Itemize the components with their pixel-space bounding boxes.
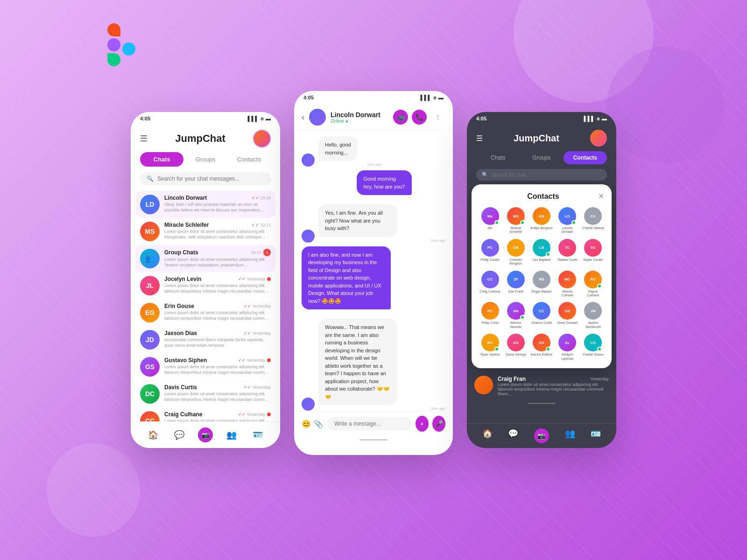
contact-item[interactable]: CB Cristofer Bergson	[505, 239, 527, 266]
right-scroll-indicator	[528, 403, 556, 404]
chat-info-erin: Erin Gouse ✓✓ Yesterday Lorem ipsum dolo…	[164, 303, 271, 321]
right-tab-chats[interactable]: Chats	[476, 151, 520, 164]
contact-item[interactable]: AN Alfonso Nemetz	[505, 302, 527, 329]
right-nav-profile[interactable]: 🪪	[591, 428, 601, 443]
contact-item[interactable]: RC Rayne Culhane	[582, 271, 604, 298]
contact-item[interactable]: LD Lincoln Dorwart	[557, 207, 578, 234]
contact-item[interactable]: RV Ryan Vartera	[479, 334, 501, 361]
video-call-button[interactable]: 📹	[393, 110, 408, 125]
mic-button[interactable]: 🎤	[432, 416, 445, 432]
nav-profile[interactable]: 🪪	[250, 427, 265, 442]
contact-avatar: GG	[507, 334, 525, 351]
unread-badge	[267, 413, 271, 416]
right-tab-contacts[interactable]: Contacts	[564, 151, 607, 164]
contact-item[interactable]: RB Roger Balash	[530, 271, 552, 298]
contact-item[interactable]: CC Chance Curtis	[530, 302, 552, 329]
contact-item[interactable]: CC Craig Culhane	[479, 271, 501, 298]
right-chat-preview[interactable]: Craig Fran Yesterday Lorem ipsum dolor s…	[467, 372, 616, 400]
unread-badge	[267, 277, 271, 281]
chat-item[interactable]: DC Davis Curtis ✓✓ Yesterday Lorem ipsum…	[135, 380, 275, 407]
contact-item[interactable]: PC Philip Corder	[479, 239, 501, 266]
user-avatar[interactable]	[253, 130, 271, 147]
attachment-button[interactable]: 📎	[314, 420, 323, 428]
contact-item[interactable]: PC Philip Curtis	[479, 302, 501, 329]
right-nav-camera[interactable]: 📷	[534, 428, 549, 443]
chat-item[interactable]: JL Jocelyn Levin ✓✓ Yesterday Lorem ipsu…	[135, 272, 275, 299]
sender-avatar	[302, 230, 315, 243]
chat-item[interactable]: MS Miracle Schleifer ✓✓ 23:11 Lorem ipsu…	[135, 218, 275, 245]
chat-item[interactable]: EG Erin Gouse ✓✓ Yesterday Lorem ipsum d…	[135, 299, 275, 326]
contact-item[interactable]: GG Giana George	[505, 334, 527, 361]
contact-name: Cristofer Bergson	[505, 258, 527, 266]
more-options-button[interactable]: ⋮	[430, 110, 445, 125]
chat-item[interactable]: JD Jaxson Dias ✓✓ Yesterday recusandae c…	[135, 326, 275, 353]
message-area: Hello, good morning... 10m ago Good morn…	[294, 131, 453, 411]
search-input[interactable]	[157, 175, 264, 182]
contact-avatar: CC	[533, 302, 550, 320]
online-indicator	[546, 252, 550, 257]
contact-item-me[interactable]: Me Me	[479, 207, 501, 234]
tab-groups[interactable]: Groups	[183, 152, 227, 167]
chat-avatar-gustavo: GS	[140, 357, 160, 377]
contact-item[interactable]: MS Miracle Schleifer	[505, 207, 527, 234]
contact-item[interactable]: CV Charlie Vartera	[582, 207, 604, 234]
back-button[interactable]: ‹	[302, 112, 304, 122]
mid-header: ‹ Lincoln Dorwart Online ● 📹 📞 ⋮	[294, 104, 453, 131]
right-search-input[interactable]	[491, 172, 601, 178]
contact-status: Online ●	[331, 119, 388, 124]
chat-item[interactable]: LD Lincoln Dorwart ✓✓ 23:18 Okay, then I…	[135, 191, 275, 218]
contacts-popup: Contacts ✕ Me Me MS Miracle	[472, 184, 612, 368]
left-tab-bar: Chats Groups Contacts	[140, 152, 271, 167]
contact-name: Alfonso Nemetz	[505, 321, 527, 329]
contact-item[interactable]: ZF Zain Frank	[505, 271, 527, 298]
signal-icon: ▌▌▌	[584, 116, 595, 121]
right-menu-button[interactable]: ☰	[476, 134, 483, 143]
emoji-button[interactable]: 😊	[302, 420, 311, 428]
voice-call-button[interactable]: 📞	[412, 110, 427, 125]
contact-item[interactable]: MC Miracle Culhane	[557, 271, 578, 298]
right-tab-groups[interactable]: Groups	[520, 151, 563, 164]
right-nav-chat[interactable]: 💬	[508, 428, 518, 443]
contact-actions: 📹 📞 ⋮	[393, 110, 445, 125]
contact-name: Leo Baptiste	[533, 258, 551, 262]
contact-item[interactable]: LB Leo Baptiste	[530, 239, 552, 266]
message-input[interactable]	[327, 417, 412, 431]
battery-icon: ▬	[602, 116, 607, 121]
contact-item[interactable]: KD Kianna DuBois	[530, 334, 552, 361]
wifi-icon: ⌾	[433, 95, 437, 100]
contact-item[interactable]: CG Charlie Gouse	[582, 334, 604, 361]
message-bubble: Yes, I am fine. Are you all right? Now w…	[318, 204, 397, 237]
tab-contacts[interactable]: Contacts	[227, 152, 271, 167]
nav-home[interactable]: 🏠	[146, 427, 161, 442]
send-button[interactable]: +	[416, 416, 429, 432]
tab-chats[interactable]: Chats	[140, 152, 183, 167]
right-user-avatar[interactable]	[590, 130, 607, 147]
contact-avatar: SC	[584, 239, 602, 257]
contact-item[interactable]: JW Jaydon Westervelt	[582, 302, 604, 329]
right-time: 4:05	[476, 116, 486, 121]
nav-contacts[interactable]: 👥	[224, 427, 239, 442]
chat-avatar-lincoln: LD	[140, 195, 160, 214]
contact-item[interactable]: OD Omar Dorwart	[557, 302, 578, 329]
contact-item[interactable]: SC Skyler Corder	[582, 239, 604, 266]
contact-name: Kianna DuBois	[531, 353, 552, 357]
chat-item[interactable]: GS Gustavo Siphen ✓✓ Yesterday Lorem ips…	[135, 353, 275, 380]
close-contacts-button[interactable]: ✕	[598, 192, 604, 201]
right-nav-contacts[interactable]: 👥	[565, 428, 575, 443]
contact-name: Jaydon Westervelt	[582, 321, 604, 329]
message-time: 10m ago	[318, 162, 382, 167]
chat-item-group[interactable]: 👥 Group Chats 16:15 3 Lorem ipsum dolor …	[135, 245, 275, 272]
nav-camera[interactable]: 📷	[198, 427, 213, 442]
message-bubble: Hello, good morning...	[318, 136, 358, 161]
contact-item[interactable]: TC Tatiana Curtis	[557, 239, 578, 266]
right-nav-home[interactable]: 🏠	[482, 428, 493, 443]
right-bottom-nav: 🏠 💬 📷 👥 🪪	[467, 423, 616, 448]
contact-avatar: PC	[481, 302, 499, 320]
contact-avatar: MC	[558, 271, 576, 288]
menu-button[interactable]: ☰	[140, 133, 148, 144]
contacts-grid: Me Me MS Miracle Schleifer KB	[479, 207, 604, 361]
message-time: 15m ago ✓✓	[302, 311, 445, 315]
contact-item[interactable]: KB Kollyn Bergson	[530, 207, 552, 234]
contact-item[interactable]: AL Ashlynn Lipshutz	[557, 334, 578, 361]
nav-chat[interactable]: 💬	[172, 427, 187, 442]
